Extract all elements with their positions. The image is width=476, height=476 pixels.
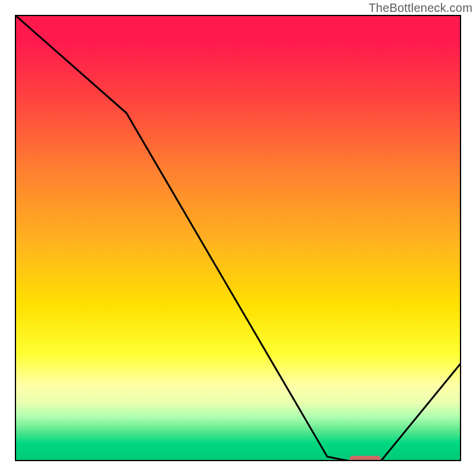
plot-background-gradient [15, 15, 461, 461]
watermark-text: TheBottleneck.com [368, 1, 472, 15]
chart-container: TheBottleneck.com [0, 0, 476, 476]
